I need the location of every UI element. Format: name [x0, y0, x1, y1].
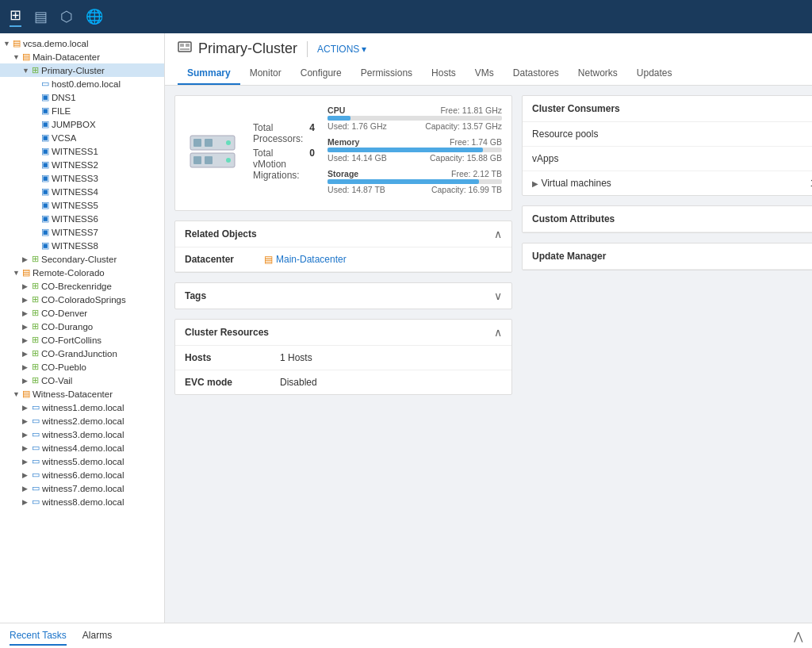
sidebar-item-label: FILE — [52, 106, 71, 116]
storage-icon[interactable]: ⬡ — [60, 8, 73, 25]
sidebar-item-co-coloradosprings[interactable]: ▶⊞CO-ColoradoSprings — [0, 293, 164, 306]
sidebar-item-remote-colorado[interactable]: ▼▤Remote-Colorado — [0, 266, 164, 279]
sidebar-item-wit6[interactable]: ▶▭witness6.demo.local — [0, 468, 164, 481]
monitors-icon[interactable]: ▤ — [34, 8, 48, 25]
tab-hosts[interactable]: Hosts — [422, 63, 465, 85]
host-icon: ▭ — [32, 483, 40, 493]
datacenter-link[interactable]: ▤ Main-Datacenter — [264, 254, 347, 265]
sidebar-item-dns1[interactable]: ▣DNS1 — [0, 90, 164, 104]
sidebar-item-secondary-cluster[interactable]: ▶⊞Secondary-Cluster — [0, 252, 164, 266]
consumer-key: ▶ Virtual machines — [532, 178, 810, 189]
vm-icon: ▣ — [41, 200, 49, 210]
sidebar-item-witness3[interactable]: ▣WITNESS3 — [0, 171, 164, 185]
sidebar-item-witness2[interactable]: ▣WITNESS2 — [0, 158, 164, 171]
related-objects-header[interactable]: Related Objects ∧ — [175, 221, 511, 247]
cluster-resources-body: Hosts1 HostsEVC modeDisabled — [175, 346, 511, 394]
related-objects-body: Datacenter ▤ Main-Datacenter — [175, 247, 511, 272]
sidebar-item-label: Remote-Colorado — [33, 268, 105, 278]
sidebar-item-co-fortcollins[interactable]: ▶⊞CO-FortCollins — [0, 333, 164, 347]
sidebar-item-co-durango[interactable]: ▶⊞CO-Durango — [0, 320, 164, 333]
sidebar-item-vcsa2[interactable]: ▣VCSA — [0, 131, 164, 144]
expand-arrow-icon: ▶ — [532, 179, 538, 188]
svg-point-10 — [226, 140, 231, 145]
tab-summary[interactable]: Summary — [178, 63, 240, 85]
cluster-resources-header[interactable]: Cluster Resources ∧ — [175, 320, 511, 346]
recent-tasks-tab[interactable]: Recent Tasks — [10, 627, 67, 646]
tree-arrow: ▶ — [22, 458, 32, 466]
tags-header[interactable]: Tags ∨ — [175, 283, 511, 309]
vm-icon: ▣ — [41, 146, 49, 156]
actions-label: ACTIONS — [317, 44, 359, 55]
svg-rect-1 — [180, 44, 184, 47]
sidebar-item-label: Witness-Datacenter — [33, 389, 113, 399]
sidebar-item-jumpbox[interactable]: ▣JUMPBOX — [0, 117, 164, 131]
tab-vms[interactable]: VMs — [465, 63, 504, 85]
tree-arrow: ▶ — [22, 309, 32, 317]
tab-datastores[interactable]: Datastores — [504, 63, 569, 85]
resource-val: Disabled — [280, 377, 317, 388]
datacenter-icon: ▤ — [22, 389, 30, 399]
actions-button[interactable]: ACTIONS ▾ — [317, 44, 366, 55]
alarms-tab[interactable]: Alarms — [82, 627, 112, 646]
sidebar-item-co-grandjunction[interactable]: ▶⊞CO-GrandJunction — [0, 347, 164, 360]
cluster-consumers-title: Cluster Consumers — [532, 103, 620, 114]
related-objects-title: Related Objects — [185, 228, 257, 240]
datacenter-icon: ▤ — [264, 254, 273, 265]
sidebar-item-host0[interactable]: ▭host0.demo.local — [0, 77, 164, 90]
sidebar-item-label: WITNESS3 — [52, 174, 98, 183]
sidebar-item-wit7[interactable]: ▶▭witness7.demo.local — [0, 481, 164, 495]
custom-attributes-header[interactable]: Custom Attributes ∨ — [523, 206, 812, 232]
top-toolbar: ⊞ ▤ ⬡ 🌐 — [0, 0, 812, 33]
expand-icon[interactable]: ⋀ — [794, 630, 802, 642]
sidebar-item-witness1[interactable]: ▣WITNESS1 — [0, 144, 164, 158]
sidebar-item-witness5[interactable]: ▣WITNESS5 — [0, 198, 164, 212]
sidebar-item-witness4[interactable]: ▣WITNESS4 — [0, 185, 164, 198]
datacenter-icon: ▤ — [22, 52, 30, 62]
sidebar-item-co-vail[interactable]: ▶⊞CO-Vail — [0, 374, 164, 387]
sidebar-item-label: Primary-Cluster — [41, 66, 105, 75]
tab-permissions[interactable]: Permissions — [351, 63, 422, 85]
cluster-image — [185, 125, 240, 181]
update-manager-title: Update Manager — [532, 251, 606, 262]
tree-arrow: ▶ — [22, 296, 32, 304]
sidebar-item-label: host0.demo.local — [52, 79, 121, 89]
tags-card: Tags ∨ — [174, 282, 512, 309]
cpu-used: Used: 1.76 GHz — [327, 121, 387, 131]
tree-arrow: ▶ — [22, 404, 32, 412]
memory-used: Used: 14.14 GB — [327, 153, 387, 163]
cluster-consumers-body: Resource pools0vApps0▶ Virtual machines1… — [523, 122, 812, 195]
sidebar-item-co-denver[interactable]: ▶⊞CO-Denver — [0, 306, 164, 320]
sidebar-item-file[interactable]: ▣FILE — [0, 104, 164, 117]
cluster-consumers-header[interactable]: Cluster Consumers ∧ — [523, 96, 812, 122]
sidebar-item-main-dc[interactable]: ▼▤Main-Datacenter — [0, 50, 164, 63]
update-manager-header[interactable]: Update Manager ∨ — [523, 243, 812, 270]
summary-stats: Total Processors: 4 Total vMotion Migrat… — [253, 122, 315, 184]
sidebar-item-label: Main-Datacenter — [33, 52, 100, 62]
sidebar-item-wit8[interactable]: ▶▭witness8.demo.local — [0, 495, 164, 508]
sidebar-item-witness-dc[interactable]: ▼▤Witness-Datacenter — [0, 387, 164, 401]
tree-arrow: ▼ — [3, 40, 13, 48]
sidebar-item-wit5[interactable]: ▶▭witness5.demo.local — [0, 454, 164, 468]
tab-updates[interactable]: Updates — [627, 63, 682, 85]
sidebar-item-label: JUMPBOX — [52, 120, 96, 129]
tab-monitor[interactable]: Monitor — [240, 63, 291, 85]
globe-icon[interactable]: 🌐 — [86, 8, 103, 25]
cpu-bar-group: CPU Free: 11.81 GHz Used: 1.76 GHz Capac… — [327, 105, 502, 131]
inventory-icon[interactable]: ⊞ — [10, 6, 21, 27]
sidebar-item-wit3[interactable]: ▶▭witness3.demo.local — [0, 428, 164, 441]
sidebar-item-witness6[interactable]: ▣WITNESS6 — [0, 212, 164, 225]
sidebar-item-wit4[interactable]: ▶▭witness4.demo.local — [0, 441, 164, 454]
cluster-icon: ⊞ — [32, 348, 39, 359]
vm-icon: ▣ — [41, 240, 49, 251]
sidebar-item-witness8[interactable]: ▣WITNESS8 — [0, 239, 164, 252]
sidebar-item-co-pueblo[interactable]: ▶⊞CO-Pueblo — [0, 360, 164, 374]
tab-networks[interactable]: Networks — [569, 63, 627, 85]
sidebar-item-co-breckenridge[interactable]: ▶⊞CO-Breckenridge — [0, 279, 164, 293]
sidebar-item-witness7[interactable]: ▣WITNESS7 — [0, 225, 164, 239]
tree-arrow: ▼ — [22, 67, 32, 75]
sidebar-item-primary-cluster[interactable]: ▼⊞Primary-Cluster — [0, 63, 164, 77]
sidebar-item-wit2[interactable]: ▶▭witness2.demo.local — [0, 414, 164, 428]
sidebar-item-wit1[interactable]: ▶▭witness1.demo.local — [0, 401, 164, 414]
sidebar-item-vcsa[interactable]: ▼▤vcsa.demo.local — [0, 36, 164, 50]
tab-configure[interactable]: Configure — [291, 63, 351, 85]
